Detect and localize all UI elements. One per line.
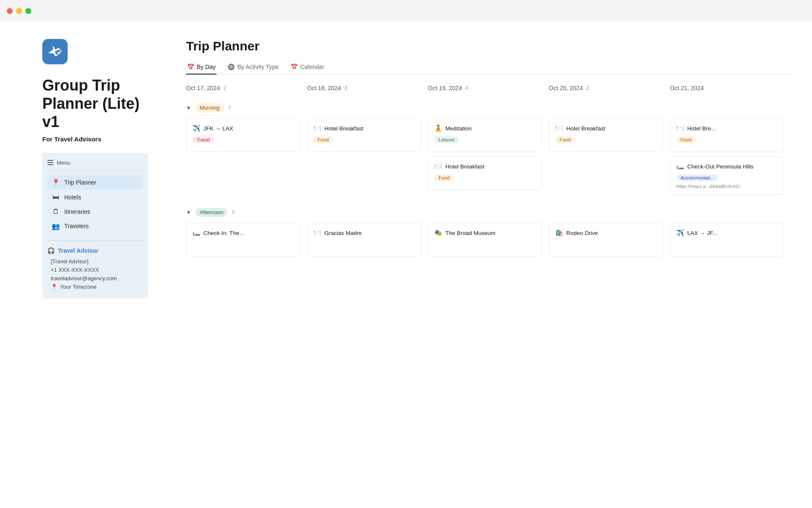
card-hotel-breakfast-2[interactable]: 🍽️ Hotel Breakfast Food xyxy=(428,156,542,190)
left-panel: Group Trip Planner (Lite) v1 For Travel … xyxy=(0,22,165,508)
sidebar-item-hotels[interactable]: 🛏 Hotels xyxy=(47,190,143,204)
sidebar-item-trip-planner[interactable]: 📍 Trip Planner xyxy=(47,176,143,190)
card-title: ✈️ JFK → LAX xyxy=(192,124,294,132)
page-title: Group Trip Planner (Lite) v1 xyxy=(42,76,148,131)
advisor-timezone: 📍 Your Timezone xyxy=(51,284,140,290)
card-broad-museum[interactable]: 🎭 The Broad Museum xyxy=(428,223,542,257)
afternoon-card-col-4: ✈️ LAX → JF... xyxy=(670,223,791,261)
advisor-name: [Travel Advisor] xyxy=(51,258,140,265)
sidebar-item-label: Trip Planner xyxy=(64,179,96,186)
card-gracias-madre[interactable]: 🍽️ Gracias Madre xyxy=(307,223,421,257)
accommodation-tag: Accommodati... xyxy=(676,174,718,181)
date-col-3: Oct 20, 2024 2 xyxy=(549,85,670,97)
maximize-button[interactable] xyxy=(25,8,31,14)
date-header-2: Oct 19, 2024 4 xyxy=(428,85,549,91)
sidebar-divider xyxy=(47,240,143,240)
dates-row: Oct 17, 2024 2 Oct 18, 2024 3 Oct 19, 20… xyxy=(186,85,791,97)
date-header-0: Oct 17, 2024 2 xyxy=(186,85,307,91)
food-tag: Food xyxy=(434,174,454,181)
headset-icon: 🎧 xyxy=(47,247,55,254)
date-col-4: Oct 21, 2024 xyxy=(670,85,791,97)
afternoon-badge: Afternoon xyxy=(195,208,228,217)
card-title: 🍽️ Hotel Bre... xyxy=(676,124,778,132)
meditation-icon: 🧘 xyxy=(434,124,442,132)
app-icon xyxy=(42,39,68,64)
sidebar-menu: Menu 📍 Trip Planner 🛏 Hotels 🗒 Itinerari… xyxy=(42,153,148,298)
travel-tag: Travel xyxy=(192,136,214,143)
card-link: https://maps.a...d4daqBnitn42c xyxy=(676,184,778,189)
restaurant-icon: 🍽️ xyxy=(313,229,321,237)
bed2-icon: 🛏️ xyxy=(676,163,684,170)
card-rodeo-drive[interactable]: 🛍️ Rodeo Drive xyxy=(549,223,663,257)
sidebar-item-travelers[interactable]: 👥 Travelers xyxy=(47,219,143,233)
tab-by-day[interactable]: 📅 By Day xyxy=(186,60,217,75)
plane2-icon: ✈️ xyxy=(676,229,684,237)
advisor-details: [Travel Advisor] +1 XXX-XXX-XXXX travela… xyxy=(47,258,143,290)
card-lax-jfk[interactable]: ✈️ LAX → JF... xyxy=(670,223,784,257)
tab-calendar[interactable]: 📅 Calendar xyxy=(290,60,325,75)
calendar-icon: 📅 xyxy=(187,64,194,70)
card-checkin[interactable]: 🛏️ Check-In: The... xyxy=(186,223,300,257)
calendar2-icon: 📅 xyxy=(291,64,298,70)
card-meditation[interactable]: 🧘 Meditation Leisure xyxy=(428,118,542,152)
menu-bars-icon xyxy=(47,160,53,165)
morning-card-col-4: 🍽️ Hotel Bre... Food 🛏️ Check-Out Penins… xyxy=(670,118,791,199)
sidebar-item-itineraries[interactable]: 🗒 Itineraries xyxy=(47,205,143,218)
afternoon-card-col-1: 🍽️ Gracias Madre xyxy=(307,223,428,261)
afternoon-card-col-0: 🛏️ Check-In: The... xyxy=(186,223,307,261)
card-title: 🛍️ Rodeo Drive xyxy=(555,229,657,237)
card-hotel-breakfast-3[interactable]: 🍽️ Hotel Breakfast Food xyxy=(549,118,663,152)
morning-toggle[interactable]: ▼ xyxy=(186,105,191,111)
map-pin-icon: 📍 xyxy=(52,179,60,187)
card-title: 🍽️ Gracias Madre xyxy=(313,229,415,237)
museum-icon: 🎭 xyxy=(434,229,442,237)
card-title: 🧘 Meditation xyxy=(434,124,536,132)
morning-cards-grid: ✈️ JFK → LAX Travel 🍽️ Hotel Breakfast F… xyxy=(186,118,791,199)
card-checkout[interactable]: 🛏️ Check-Out Peninsula Hills Accommodati… xyxy=(670,156,784,195)
morning-card-col-2: 🧘 Meditation Leisure 🍽️ Hotel Breakfast … xyxy=(428,118,549,199)
activity-icon: 🔘 xyxy=(228,64,235,70)
hotel-icon: 🛏️ xyxy=(192,229,200,237)
food4-icon: 🍽️ xyxy=(676,124,684,132)
morning-badge: Morning xyxy=(195,103,224,112)
shopping-icon: 🛍️ xyxy=(555,229,563,237)
afternoon-card-col-3: 🛍️ Rodeo Drive xyxy=(549,223,670,261)
sidebar-item-label: Itineraries xyxy=(64,208,90,215)
card-title: 🛏️ Check-In: The... xyxy=(192,229,294,237)
page-subtitle: For Travel Advisors xyxy=(42,135,148,143)
date-col-2: Oct 19, 2024 4 xyxy=(428,85,549,97)
food2-icon: 🍽️ xyxy=(434,163,442,170)
app-container: Group Trip Planner (Lite) v1 For Travel … xyxy=(0,22,812,508)
tabs-bar: 📅 By Day 🔘 By Activity Type 📅 Calendar xyxy=(186,60,791,75)
date-col-1: Oct 18, 2024 3 xyxy=(307,85,428,97)
card-title: 🍽️ Hotel Breakfast xyxy=(313,124,415,132)
afternoon-cards-row: 🛏️ Check-In: The... 🍽️ Gracias Madre xyxy=(186,223,791,261)
afternoon-toggle[interactable]: ▼ xyxy=(186,210,191,215)
people-icon: 👥 xyxy=(52,222,60,230)
menu-header: Menu xyxy=(47,160,143,171)
bed-icon: 🛏 xyxy=(52,193,60,201)
date-header-3: Oct 20, 2024 2 xyxy=(549,85,670,91)
morning-card-col-3: 🍽️ Hotel Breakfast Food xyxy=(549,118,670,199)
card-title: 🛏️ Check-Out Peninsula Hills xyxy=(676,163,778,170)
card-title: ✈️ LAX → JF... xyxy=(676,229,778,237)
minimize-button[interactable] xyxy=(16,8,22,14)
advisor-label: Travel Advisor xyxy=(58,247,99,254)
card-hotel-breakfast-1[interactable]: 🍽️ Hotel Breakfast Food xyxy=(307,118,421,152)
food-icon: 🍽️ xyxy=(313,124,321,132)
sidebar-item-label: Hotels xyxy=(64,194,81,201)
sidebar-item-label: Travelers xyxy=(64,223,89,229)
menu-label: Menu xyxy=(57,160,71,166)
section-title: Trip Planner xyxy=(186,39,791,53)
afternoon-group-header: ▼ Afternoon 5 xyxy=(186,208,791,217)
food-tag: Food xyxy=(555,136,575,143)
card-hotel-breakfast-4[interactable]: 🍽️ Hotel Bre... Food xyxy=(670,118,784,152)
tab-by-activity-type[interactable]: 🔘 By Activity Type xyxy=(227,60,280,75)
close-button[interactable] xyxy=(7,8,13,14)
notebook-icon: 🗒 xyxy=(52,208,60,215)
food-tag: Food xyxy=(313,136,333,143)
card-title: 🍽️ Hotel Breakfast xyxy=(555,124,657,132)
card-title: 🍽️ Hotel Breakfast xyxy=(434,163,536,170)
advisor-section: 🎧 Travel Advisor [Travel Advisor] +1 XXX… xyxy=(47,246,143,292)
card-jfk-lax[interactable]: ✈️ JFK → LAX Travel xyxy=(186,118,300,152)
